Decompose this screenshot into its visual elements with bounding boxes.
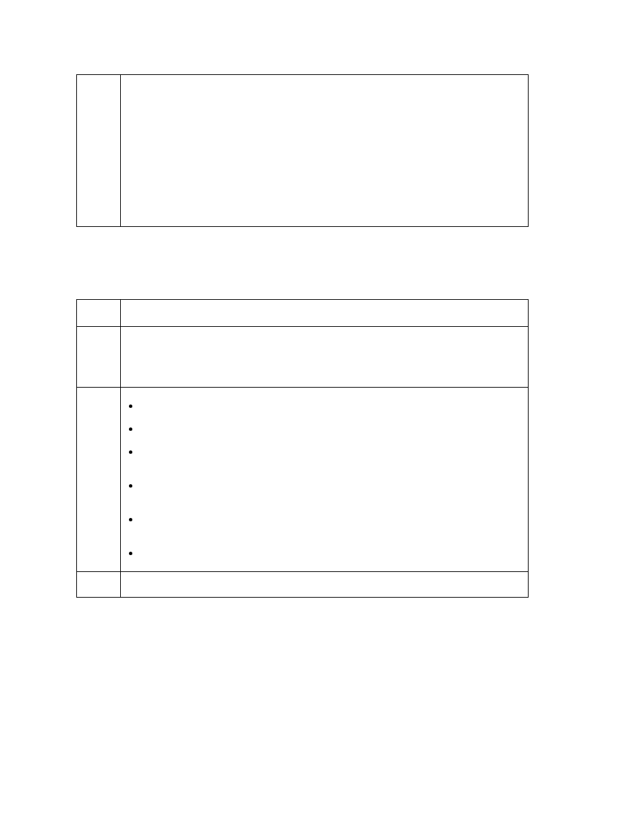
- table-row: [77, 75, 529, 227]
- table-cell-left: [77, 572, 121, 598]
- table-cell-right: [120, 388, 528, 572]
- table-row: [77, 327, 529, 388]
- list-item: [140, 440, 524, 474]
- table-row: [77, 300, 529, 327]
- list-item: [140, 542, 524, 565]
- table-cell-right: [120, 75, 528, 227]
- table-cell-left: [77, 327, 121, 388]
- table-cell-left: [77, 300, 121, 327]
- bullet-list: [125, 394, 524, 565]
- table-cell-left: [77, 75, 121, 227]
- table-2: [76, 299, 529, 598]
- list-item: [140, 508, 524, 542]
- table-cell-right: [120, 572, 528, 598]
- table-cell-right: [120, 327, 528, 388]
- table-1: [76, 74, 529, 227]
- list-item: [140, 417, 524, 440]
- table-row: [77, 388, 529, 572]
- list-item: [140, 474, 524, 508]
- table-row: [77, 572, 529, 598]
- list-item: [140, 394, 524, 417]
- table-cell-right: [120, 300, 528, 327]
- table-cell-left: [77, 388, 121, 572]
